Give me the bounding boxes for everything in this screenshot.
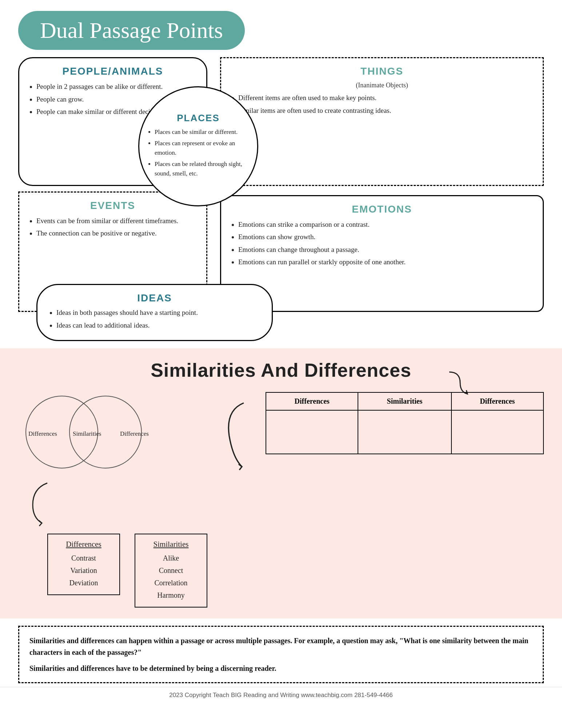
table-header-diff1: Differences xyxy=(266,392,358,410)
ideas-list: Ideas in both passages should have a sta… xyxy=(48,308,261,331)
small-boxes: Differences Contrast Variation Deviation… xyxy=(47,534,207,608)
list-item: Places can be similar or different. xyxy=(155,127,250,137)
events-heading: EVENTS xyxy=(28,200,197,211)
bottom-content: Differences Similarities Differences Dif… xyxy=(18,392,544,608)
list-item: The connection can be positive or negati… xyxy=(36,228,197,239)
list-item: Emotions can show growth. xyxy=(238,232,534,242)
list-item: Emotions can run parallel or starkly opp… xyxy=(238,257,534,268)
things-subheading: (Inanimate Objects) xyxy=(230,82,534,89)
info-text-1: Similarities and differences can happen … xyxy=(29,635,533,658)
list-item: Events can be from similar or different … xyxy=(36,216,197,226)
info-text-2: Similarities and differences have to be … xyxy=(29,662,533,674)
list-item: Similar items are often used to create c… xyxy=(238,106,534,116)
center-arrow xyxy=(222,399,251,472)
top-grid: PEOPLE/ANIMALS People in 2 passages can … xyxy=(18,57,544,312)
emotions-list: Emotions can strike a comparison or a co… xyxy=(230,219,534,268)
diff-sim-table: Differences Similarities Differences xyxy=(266,392,544,454)
left-bottom: Differences Similarities Differences Dif… xyxy=(18,392,207,608)
places-heading: PLACES xyxy=(177,112,219,124)
main-title: Dual Passage Points xyxy=(40,18,223,43)
venn-differences-right: Differences xyxy=(120,430,149,438)
similarities-box: Similarities Alike Connect Correlation H… xyxy=(135,534,207,608)
similarities-title: Similarities and Differences xyxy=(151,359,411,381)
list-item: People in 2 passages can be alike or dif… xyxy=(36,82,197,92)
list-item: Different items are often used to make k… xyxy=(238,93,534,103)
ideas-heading: IDEAS xyxy=(48,292,261,304)
list-item: Ideas can lead to additional ideas. xyxy=(56,320,261,331)
venn-similarities: Similarities xyxy=(73,430,101,438)
info-box: Similarities and differences can happen … xyxy=(18,626,544,683)
venn-differences-left: Differences xyxy=(28,430,57,438)
places-list: Places can be similar or different. Plac… xyxy=(147,127,250,181)
things-box: THINGS (Inanimate Objects) Different ite… xyxy=(220,57,544,186)
differences-box-title: Differences xyxy=(59,540,108,549)
table-header-diff2: Differences xyxy=(451,392,543,410)
footer-text: 2023 Copyright Teach BIG Reading and Wri… xyxy=(169,692,393,699)
curl-arrow-left-icon xyxy=(29,481,55,529)
table-cell xyxy=(451,410,543,454)
list-item: Places can be related through sight, sou… xyxy=(155,159,250,178)
emotions-heading: EMOTIONS xyxy=(230,203,534,215)
bottom-section: Similarities and Differences Differences… xyxy=(0,348,562,618)
events-list: Events can be from similar or different … xyxy=(28,216,197,239)
table-header-sim: Similarities xyxy=(358,392,451,410)
people-animals-heading: PEOPLE/ANIMALS xyxy=(28,66,197,77)
top-section: Dual Passage Points PEOPLE/ANIMALS Peopl… xyxy=(0,0,562,319)
list-item: Ideas in both passages should have a sta… xyxy=(56,308,261,318)
things-heading: THINGS xyxy=(230,66,534,77)
differences-box-content: Contrast Variation Deviation xyxy=(59,552,108,589)
list-item: Emotions can change throughout a passage… xyxy=(238,245,534,255)
places-circle: PLACES Places can be similar or differen… xyxy=(138,86,258,206)
footer: 2023 Copyright Teach BIG Reading and Wri… xyxy=(0,687,562,703)
center-curl-arrow-icon xyxy=(222,399,251,472)
similarities-box-title: Similarities xyxy=(146,540,196,549)
differences-box: Differences Contrast Variation Deviation xyxy=(47,534,120,595)
venn-diagram: Differences Similarities Differences xyxy=(25,392,156,479)
right-section: Differences Similarities Differences xyxy=(266,392,544,454)
things-list: Different items are often used to make k… xyxy=(230,93,534,116)
similarities-box-content: Alike Connect Correlation Harmony xyxy=(146,552,196,601)
title-banner: Dual Passage Points xyxy=(18,11,245,50)
ideas-cloud: IDEAS Ideas in both passages should have… xyxy=(36,284,273,341)
list-item: Emotions can strike a comparison or a co… xyxy=(238,219,534,230)
curl-arrow-left xyxy=(29,481,55,530)
list-item: Places can represent or evoke an emotion… xyxy=(155,139,250,157)
table-cell xyxy=(358,410,451,454)
table-cell xyxy=(266,410,358,454)
